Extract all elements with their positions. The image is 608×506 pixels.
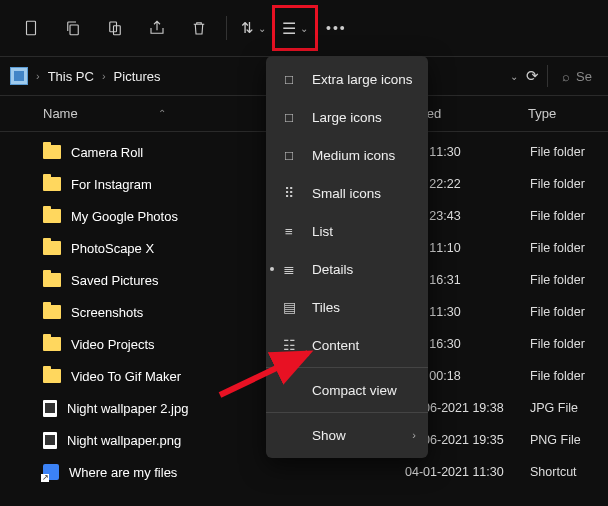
menu-item[interactable]: □Large icons [266,98,428,136]
view-button[interactable]: ☰⌄ [276,9,314,47]
menu-item[interactable]: ≡List [266,212,428,250]
file-type: File folder [530,241,585,255]
file-type: JPG File [530,401,578,415]
menu-item[interactable]: ≣Details [266,250,428,288]
menu-label: Extra large icons [312,72,413,87]
file-type: File folder [530,305,585,319]
view-option-icon: ≡ [280,224,298,239]
file-name: My Google Photos [71,209,178,224]
file-name: Where are my files [69,465,177,480]
folder-icon [43,337,61,351]
sort-indicator-icon: ⌃ [158,108,166,119]
file-name: PhotoScape X [71,241,154,256]
folder-icon [43,369,61,383]
chevron-right-icon: › [36,70,40,82]
header-type[interactable]: Type [528,106,608,121]
refresh-button[interactable]: ⟳ [526,67,539,85]
file-name: Night wallpaper.png [67,433,181,448]
separator [226,16,227,40]
file-name: Night wallpaper 2.jpg [67,401,188,416]
file-type: File folder [530,177,585,191]
menu-item[interactable]: ☷Content [266,326,428,364]
file-type: PNG File [530,433,581,447]
view-option-icon: □ [280,72,298,87]
delete-button[interactable] [180,9,218,47]
menu-label: List [312,224,333,239]
view-option-icon: □ [280,148,298,163]
folder-icon [43,305,61,319]
search-icon: ⌕ [562,69,570,84]
more-button[interactable]: ••• [318,20,355,36]
view-option-icon: □ [280,110,298,125]
breadcrumb-folder[interactable]: Pictures [114,69,161,84]
file-type: File folder [530,337,585,351]
file-row[interactable]: Where are my files04-01-2021 11:30Shortc… [0,456,608,488]
file-name: Saved Pictures [71,273,158,288]
file-type: File folder [530,209,585,223]
file-type: Shortcut [530,465,577,479]
file-date: 04-01-2021 11:30 [405,465,530,479]
share-button[interactable] [138,9,176,47]
address-dropdown[interactable]: ⌄ [510,71,518,82]
file-icon [43,400,57,417]
folder-icon [43,177,61,191]
menu-label: Content [312,338,359,353]
location-icon [10,67,28,85]
file-name: Camera Roll [71,145,143,160]
new-button[interactable] [12,9,50,47]
active-indicator-icon [270,267,274,271]
view-option-icon: ⠿ [280,185,298,201]
view-option-icon: ▤ [280,299,298,315]
view-option-icon: ☷ [280,337,298,353]
menu-separator [266,412,428,413]
breadcrumb-root[interactable]: This PC [48,69,94,84]
folder-icon [43,241,61,255]
toolbar: ⇅⌄ ☰⌄ ••• [0,0,608,56]
menu-label: Details [312,262,353,277]
view-menu: □Extra large icons□Large icons□Medium ic… [266,56,428,458]
paste-button[interactable] [96,9,134,47]
file-type: File folder [530,145,585,159]
shortcut-icon [43,464,59,480]
file-type: File folder [530,369,585,383]
menu-label: Tiles [312,300,340,315]
file-name: Video To Gif Maker [71,369,181,384]
menu-label: Medium icons [312,148,395,163]
menu-item[interactable]: □Extra large icons [266,60,428,98]
menu-separator [266,367,428,368]
file-name: For Instagram [71,177,152,192]
menu-item[interactable]: □Medium icons [266,136,428,174]
chevron-right-icon: › [412,429,416,441]
menu-show[interactable]: Show› [266,416,428,454]
svg-rect-0 [27,21,36,35]
menu-item[interactable]: ▤Tiles [266,288,428,326]
svg-rect-1 [70,25,78,35]
menu-item[interactable]: ⠿Small icons [266,174,428,212]
chevron-right-icon: › [102,70,106,82]
folder-icon [43,273,61,287]
search-box[interactable]: ⌕ Se [556,69,598,84]
copy-button[interactable] [54,9,92,47]
folder-icon [43,145,61,159]
folder-icon [43,209,61,223]
search-placeholder: Se [576,69,592,84]
menu-label: Small icons [312,186,381,201]
menu-compact-view[interactable]: Compact view [266,371,428,409]
menu-label: Large icons [312,110,382,125]
sort-button[interactable]: ⇅⌄ [235,9,272,47]
file-name: Video Projects [71,337,155,352]
file-icon [43,432,57,449]
view-option-icon: ≣ [280,261,298,277]
file-type: File folder [530,273,585,287]
file-name: Screenshots [71,305,143,320]
